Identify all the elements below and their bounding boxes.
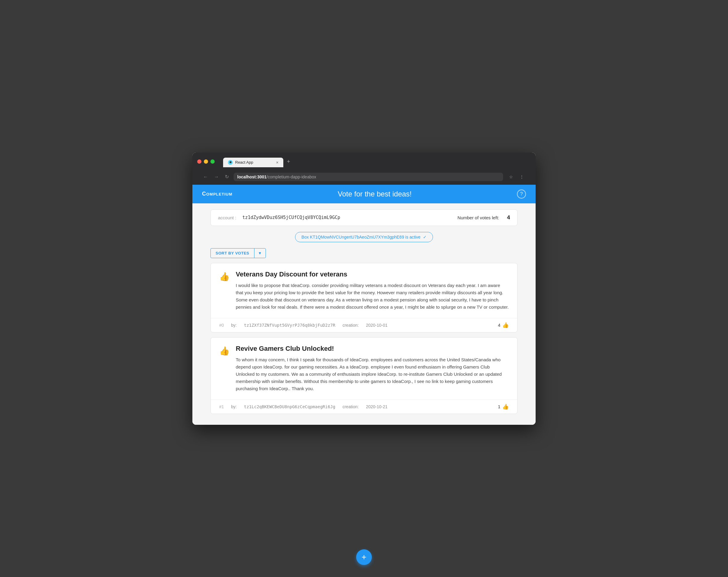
idea-content-0: 👍 Veterans Day Discount for veterans I w…	[211, 263, 517, 318]
nav-forward-button[interactable]: →	[213, 173, 220, 181]
account-address: tz1dZydwVDuz6SH5jCUfCQjqV8YCQimL9GCp	[242, 215, 451, 220]
idea-creation-label-0: creation:	[343, 323, 359, 328]
idea-id-1: #1	[219, 404, 224, 409]
idea-creation-label-1: creation:	[343, 404, 359, 409]
tab-bar: ⚛ React App × +	[223, 156, 531, 167]
idea-creation-0: 2020-10-01	[366, 323, 388, 328]
check-icon: ✓	[423, 235, 426, 240]
footer-thumb-icon-0: 👍	[502, 322, 509, 329]
browser-chrome: ⚛ React App × + ← → ↻ localhost:3001/com…	[192, 153, 536, 185]
vote-button-1[interactable]: 👍	[219, 345, 230, 356]
browser-window: ⚛ React App × + ← → ↻ localhost:3001/com…	[192, 153, 536, 425]
browser-tab-active[interactable]: ⚛ React App ×	[223, 158, 283, 167]
idea-creation-1: 2020-10-21	[366, 404, 388, 409]
tab-label: React App	[235, 160, 274, 165]
idea-votes-1: 1 👍	[498, 404, 509, 410]
idea-footer-0: #0 by: tz1ZXf37ZNfVupt5GVyrPJ76q8kbjFuD2…	[211, 318, 517, 332]
idea-author-0: tz1ZXf37ZNfVupt5GVyrPJ76q8kbjFuD2z7R	[244, 323, 335, 328]
app-logo: Completium	[202, 191, 232, 197]
votes-left-label: Number of votes left:	[458, 215, 499, 220]
active-box-text: Box KT1QMowNVCUngertU7bAeoZmU7XYm3gphE69…	[302, 235, 420, 240]
footer-thumb-icon-1: 👍	[502, 404, 509, 410]
react-icon: ⚛	[228, 160, 233, 165]
idea-text-0: Veterans Day Discount for veterans I wou…	[236, 271, 509, 311]
idea-by-label-1: by:	[231, 404, 237, 409]
idea-card-1: 👍 Revive Gamers Club Unlocked! To whom i…	[210, 337, 518, 414]
idea-footer-1: #1 by: tz1Lc2qBKEWCBeDU8npG6zCeCqpmaegRi…	[211, 400, 517, 414]
idea-votes-0: 4 👍	[498, 322, 509, 329]
sort-controls: SORT BY VOTES ▼	[210, 248, 518, 258]
idea-id-0: #0	[219, 323, 224, 328]
new-tab-button[interactable]: +	[285, 156, 293, 167]
app-header: Completium Vote for the best ideas! ?	[192, 185, 536, 203]
address-port: :3001	[256, 174, 266, 179]
traffic-light-red[interactable]	[197, 160, 202, 164]
sort-label: SORT BY VOTES	[211, 248, 254, 258]
traffic-lights	[197, 160, 215, 164]
thumb-up-icon-0: 👍	[219, 272, 230, 281]
idea-votes-count-1: 1	[498, 404, 500, 409]
idea-content-1: 👍 Revive Gamers Club Unlocked! To whom i…	[211, 337, 517, 400]
account-bar: account : tz1dZydwVDuz6SH5jCUfCQjqV8YCQi…	[210, 210, 518, 226]
help-button[interactable]: ?	[517, 190, 526, 198]
idea-body-0: I would like to propose that IdeaCorp. c…	[236, 282, 509, 311]
sort-dropdown-icon[interactable]: ▼	[254, 248, 265, 258]
address-text: localhost:3001/completium-dapp-ideabox	[237, 174, 499, 179]
traffic-light-green[interactable]	[210, 160, 215, 164]
idea-card-0: 👍 Veterans Day Discount for veterans I w…	[210, 263, 518, 332]
idea-votes-count-0: 4	[498, 323, 500, 328]
tab-close-button[interactable]: ×	[276, 160, 279, 165]
browser-controls: ⚛ React App × +	[197, 156, 531, 167]
bookmark-button[interactable]: ☆	[507, 173, 515, 181]
account-label: account :	[218, 215, 236, 220]
app-title: Vote for the best ideas!	[232, 190, 517, 198]
idea-title-1: Revive Gamers Club Unlocked!	[236, 345, 509, 353]
nav-actions: ☆ ⋮	[507, 173, 526, 181]
active-box-container: Box KT1QMowNVCUngertU7bAeoZmU7XYm3gphE69…	[210, 232, 518, 242]
thumb-up-icon-1: 👍	[219, 346, 230, 356]
idea-body-1: To whom it may concern, I think I speak …	[236, 356, 509, 392]
address-path: /completium-dapp-ideabox	[266, 174, 316, 179]
idea-by-label-0: by:	[231, 323, 237, 328]
active-box-badge: Box KT1QMowNVCUngertU7bAeoZmU7XYm3gphE69…	[295, 232, 433, 242]
idea-text-1: Revive Gamers Club Unlocked! To whom it …	[236, 345, 509, 392]
more-button[interactable]: ⋮	[518, 173, 526, 181]
sort-by-votes-button[interactable]: SORT BY VOTES ▼	[210, 248, 266, 258]
app-body: account : tz1dZydwVDuz6SH5jCUfCQjqV8YCQi…	[192, 203, 536, 425]
idea-author-1: tz1Lc2qBKEWCBeDU8npG6zCeCqpmaegRi6Jg	[244, 404, 335, 409]
votes-left-count: 4	[507, 215, 510, 221]
browser-nav: ← → ↻ localhost:3001/completium-dapp-ide…	[197, 170, 531, 185]
address-bar[interactable]: localhost:3001/completium-dapp-ideabox	[234, 173, 503, 181]
fab-add-button[interactable]: +	[356, 549, 372, 565]
address-host: localhost:3001	[237, 174, 266, 179]
idea-title-0: Veterans Day Discount for veterans	[236, 271, 509, 278]
nav-back-button[interactable]: ←	[202, 173, 209, 181]
traffic-light-yellow[interactable]	[204, 160, 208, 164]
vote-button-0[interactable]: 👍	[219, 271, 230, 281]
nav-refresh-button[interactable]: ↻	[224, 173, 230, 181]
